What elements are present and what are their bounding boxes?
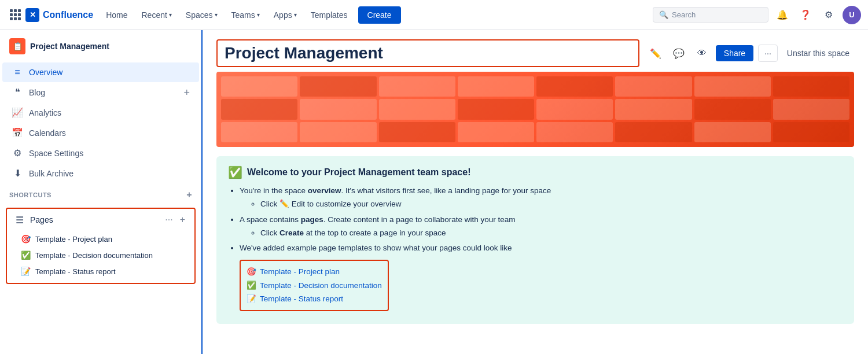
main-content: Project Management ✏️ 💬 👁 Share ··· Unst… [203,30,868,354]
top-navigation: ✕ Confluence Home Recent ▾ Spaces ▾ Team… [0,0,868,30]
welcome-title-text: Welcome to your Project Management team … [247,167,470,178]
sidebar-item-label-settings: Space Settings [29,149,83,158]
grid-dots-icon [10,9,21,20]
bulk-archive-icon: ⬇ [12,168,23,179]
template-emoji-status-report: 📝 [247,293,256,305]
sidebar-item-space-settings[interactable]: ⚙ Space Settings [2,143,199,163]
analytics-icon: 📈 [12,107,23,118]
shortcuts-section: SHORTCUTS + [0,183,201,203]
help-icon[interactable]: ❓ [796,6,815,24]
page-label-status-report: Template - Status report [35,267,116,276]
bold-pages: pages [301,215,323,224]
page-emoji-project-plan: 🎯 [21,234,31,244]
sidebar-item-calendars[interactable]: 📅 Calendars [2,123,199,143]
page-title: Project Management [225,44,631,62]
more-options-button[interactable]: ··· [758,45,778,62]
blog-add-icon[interactable]: + [183,87,190,98]
nav-apps[interactable]: Apps ▾ [268,7,303,23]
sidebar: 📋 Project Management ≡ Overview ❝ Blog +… [0,30,203,354]
avatar[interactable]: U [843,6,861,24]
search-box[interactable]: 🔍 Search [653,7,768,23]
sidebar-item-label-blog: Blog [29,88,45,97]
hero-tiles [216,72,854,147]
list-item: A space contains pages. Create content i… [240,214,843,239]
shortcuts-label: SHORTCUTS [9,191,52,198]
recent-chevron-icon: ▾ [169,12,172,18]
page-emoji-decision-doc: ✅ [21,250,31,260]
notifications-icon[interactable]: 🔔 [773,6,792,24]
topnav-right: 🔍 Search 🔔 ❓ ⚙ U [653,6,861,24]
watch-button[interactable]: 👁 [693,44,711,62]
nav-spaces[interactable]: Spaces ▾ [180,7,223,23]
welcome-title: ✅ Welcome to your Project Management tea… [228,165,843,179]
logo-icon: ✕ [25,8,39,22]
template-emoji-decision-doc: ✅ [247,280,256,292]
apps-chevron-icon: ▾ [294,12,297,18]
nav-templates[interactable]: Templates [305,7,354,23]
sidebar-item-label-analytics: Analytics [29,108,61,117]
check-icon: ✅ [228,165,242,179]
app-grid-icon[interactable] [7,7,23,23]
pages-label: Pages [30,215,158,224]
unstar-button[interactable]: Unstar this space [782,45,854,61]
page-title-box: Project Management [216,39,639,67]
header-actions: ✏️ 💬 👁 Share ··· Unstar this space [646,44,854,62]
pages-icon: ☰ [14,215,25,226]
blog-icon: ❝ [12,87,23,98]
sidebar-item-analytics[interactable]: 📈 Analytics [2,102,199,123]
share-button[interactable]: Share [716,45,753,61]
list-item: We've added example page templates to sh… [240,242,843,311]
comment-button[interactable]: 💬 [670,44,688,62]
sidebar-item-overview[interactable]: ≡ Overview [2,62,199,82]
teams-chevron-icon: ▾ [257,12,260,18]
template-link-decision-doc[interactable]: ✅ Template - Decision documentation [247,280,382,292]
spaces-chevron-icon: ▾ [215,12,218,18]
content-header: Project Management ✏️ 💬 👁 Share ··· Unst… [203,30,868,72]
sidebar-item-label-calendars: Calendars [29,128,66,138]
template-emoji-project-plan: 🎯 [247,266,256,278]
template-links-box: 🎯 Template - Project plan ✅ Template - D… [240,260,389,311]
nav-recent[interactable]: Recent ▾ [135,7,177,23]
pages-more-button[interactable]: ··· [163,213,175,226]
space-settings-icon: ⚙ [12,148,23,158]
welcome-list: You're in the space overview. It's what … [228,185,843,311]
search-icon: 🔍 [659,10,668,19]
template-link-status-report[interactable]: 📝 Template - Status report [247,293,382,305]
pages-actions: ··· + [163,213,187,226]
sub-list-item: Click ✏️ Edit to customize your overview [260,198,843,210]
list-item: You're in the space overview. It's what … [240,185,843,211]
confluence-logo[interactable]: ✕ Confluence [25,8,93,22]
sidebar-item-label-bulk-archive: Bulk Archive [29,169,73,178]
page-label-decision-doc: Template - Decision documentation [35,251,153,260]
logo-text: Confluence [43,10,93,20]
pages-section: ☰ Pages ··· + 🎯 Template - Project plan … [6,208,196,284]
settings-icon[interactable]: ⚙ [819,6,838,24]
nav-home[interactable]: Home [100,7,133,23]
create-button[interactable]: Create [358,6,401,24]
page-emoji-status-report: 📝 [21,267,31,276]
sidebar-item-bulk-archive[interactable]: ⬇ Bulk Archive [2,163,199,183]
pages-add-button[interactable]: + [178,213,187,226]
sidebar-item-label-overview: Overview [29,68,62,77]
page-item-project-plan[interactable]: 🎯 Template - Project plan [7,231,194,247]
pages-header: ☰ Pages ··· + [7,209,194,231]
hero-banner [216,72,854,147]
bold-overview: overview [308,186,341,195]
shortcuts-add-icon[interactable]: + [186,190,192,200]
edit-button[interactable]: ✏️ [646,44,665,62]
template-link-project-plan[interactable]: 🎯 Template - Project plan [247,266,382,278]
search-placeholder: Search [672,10,696,19]
main-layout: 📋 Project Management ≡ Overview ❝ Blog +… [0,30,868,354]
space-title: Project Management [30,42,109,51]
page-label-project-plan: Template - Project plan [35,235,112,244]
sub-list-item: Click Create at the top to create a page… [260,227,843,239]
space-header[interactable]: 📋 Project Management [0,30,201,62]
welcome-box: ✅ Welcome to your Project Management tea… [216,156,854,324]
page-item-decision-doc[interactable]: ✅ Template - Decision documentation [7,247,194,263]
calendars-icon: 📅 [12,127,23,138]
overview-icon: ≡ [12,67,23,78]
space-icon: 📋 [9,38,25,54]
sidebar-item-blog[interactable]: ❝ Blog + [2,82,199,102]
nav-teams[interactable]: Teams ▾ [226,7,266,23]
page-item-status-report[interactable]: 📝 Template - Status report [7,263,194,279]
